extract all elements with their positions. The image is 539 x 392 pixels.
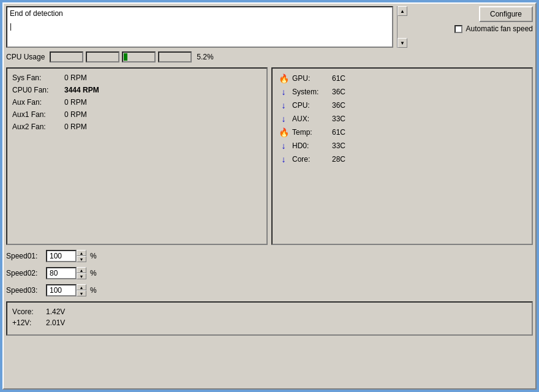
speed-spinner-down-3[interactable]: ▼ [77, 290, 86, 296]
voltage-col3 [358, 307, 527, 330]
cpu-progress-seg3 [122, 51, 156, 62]
fan-value: 0 RPM [64, 123, 87, 131]
detection-area: End of detection | [6, 6, 393, 48]
cpu-progress-fill2 [160, 53, 162, 61]
temp-value: 36C [332, 101, 345, 110]
temp-value: 61C [332, 74, 345, 83]
fan-label: Aux Fan: [12, 98, 64, 107]
speed-spinner-up-1[interactable]: ▲ [77, 250, 86, 256]
fan-value: 3444 RPM [64, 86, 99, 94]
speed-spinner-1: ▲▼ [77, 250, 86, 262]
speed-label-3: Speed03: [6, 286, 46, 295]
down-arrow-icon: ↓ [277, 154, 290, 164]
temp-item: ↓CPU:36C [277, 100, 527, 110]
voltage-item: Vcore:1.42V [12, 307, 181, 316]
voltage-col2 [186, 307, 354, 330]
temp-value: 61C [332, 128, 345, 137]
speed-unit-3: % [90, 286, 97, 295]
panels-row: Sys Fan:0 RPMCPU0 Fan:3444 RPMAux Fan:0 … [6, 67, 533, 245]
detection-text: End of detection [7, 7, 392, 20]
temp-item: 🔥Temp:61C [277, 127, 527, 137]
top-section: End of detection | ▲ ▼ Configure Automat… [6, 6, 533, 48]
speed-unit-2: % [90, 269, 97, 277]
fan-panel: Sys Fan:0 RPMCPU0 Fan:3444 RPMAux Fan:0 … [6, 67, 268, 245]
fan-item: Aux1 Fan:0 RPM [12, 110, 262, 119]
cpu-usage-row: CPU Usage 5.2% [6, 50, 533, 64]
fan-label: Aux2 Fan: [12, 123, 64, 131]
cpu-progress-seg2 [86, 51, 119, 62]
speed-row-3: Speed03:▲▼% [6, 284, 533, 296]
voltage-label: +12V: [12, 318, 46, 327]
voltage-value: 1.42V [46, 307, 65, 316]
fan-item: CPU0 Fan:3444 RPM [12, 86, 262, 94]
fan-label: Aux1 Fan: [12, 110, 64, 119]
temp-item: ↓HD0:33C [277, 141, 527, 151]
auto-fan-checkbox[interactable] [454, 25, 462, 33]
temp-label: CPU: [292, 101, 332, 110]
speed-input-2[interactable] [46, 267, 77, 279]
auto-fan-row: Automatic fan speed [454, 24, 533, 33]
voltage-col1: Vcore:1.42V+12V:2.01V [12, 307, 181, 330]
down-arrow-icon: ↓ [277, 114, 290, 124]
fan-value: 0 RPM [64, 98, 87, 107]
temp-value: 28C [332, 155, 345, 164]
speed-section: Speed01:▲▼%Speed02:▲▼%Speed03:▲▼% [6, 250, 533, 296]
temp-label: Core: [292, 155, 332, 164]
temp-item: ↓Core:28C [277, 154, 527, 164]
fan-value: 0 RPM [64, 74, 87, 82]
speed-spinner-down-1[interactable]: ▼ [77, 256, 86, 262]
speed-spinner-up-3[interactable]: ▲ [77, 284, 86, 290]
auto-fan-label: Automatic fan speed [466, 24, 533, 33]
main-panel: End of detection | ▲ ▼ Configure Automat… [2, 2, 537, 390]
speed-row-1: Speed01:▲▼% [6, 250, 533, 262]
temp-value: 33C [332, 115, 345, 123]
scroll-up-button[interactable]: ▲ [398, 6, 407, 16]
speed-unit-1: % [90, 252, 97, 260]
voltage-item: +12V:2.01V [12, 318, 181, 327]
detection-cursor: | [7, 20, 392, 33]
voltage-label: Vcore: [12, 307, 46, 316]
scroll-down-button[interactable]: ▼ [398, 38, 407, 48]
temp-label: System: [292, 88, 332, 96]
cpu-progress-seg1 [50, 51, 83, 62]
down-arrow-icon: ↓ [277, 87, 290, 97]
cpu-usage-label: CPU Usage [6, 53, 45, 61]
voltage-value: 2.01V [46, 318, 65, 327]
temp-value: 36C [332, 88, 345, 96]
temp-item: ↓AUX:33C [277, 114, 527, 124]
temp-label: GPU: [292, 74, 332, 83]
fan-label: CPU0 Fan: [12, 86, 64, 94]
scroll-track [398, 16, 407, 38]
scrollbar-area: ▲ ▼ [397, 6, 407, 48]
fire-icon: 🔥 [277, 74, 290, 83]
speed-input-1[interactable] [46, 250, 77, 262]
fan-item: Sys Fan:0 RPM [12, 74, 262, 82]
temp-label: HD0: [292, 141, 332, 150]
speed-input-3[interactable] [46, 284, 77, 296]
fan-value: 0 RPM [64, 110, 87, 119]
temp-label: Temp: [292, 128, 332, 137]
configure-button[interactable]: Configure [479, 6, 533, 22]
right-controls: Configure Automatic fan speed [410, 6, 533, 48]
fan-label: Sys Fan: [12, 74, 64, 82]
down-arrow-icon: ↓ [277, 100, 290, 110]
fire-icon: 🔥 [277, 127, 290, 137]
speed-label-1: Speed01: [6, 252, 46, 260]
speed-spinner-3: ▲▼ [77, 284, 86, 296]
cpu-progress-fill [124, 53, 127, 61]
temp-value: 33C [332, 141, 345, 150]
temp-item: ↓System:36C [277, 87, 527, 97]
temp-label: AUX: [292, 115, 332, 123]
temp-panel: 🔥GPU:61C↓System:36C↓CPU:36C↓AUX:33C🔥Temp… [271, 67, 533, 245]
speed-spinner-down-2[interactable]: ▼ [77, 273, 86, 279]
fan-item: Aux2 Fan:0 RPM [12, 123, 262, 131]
fan-item: Aux Fan:0 RPM [12, 98, 262, 107]
temp-item: 🔥GPU:61C [277, 74, 527, 83]
speed-spinner-up-2[interactable]: ▲ [77, 267, 86, 273]
voltage-panel: Vcore:1.42V+12V:2.01V [6, 301, 533, 336]
cpu-progress-seg4 [158, 51, 192, 62]
speed-label-2: Speed02: [6, 269, 46, 277]
speed-row-2: Speed02:▲▼% [6, 267, 533, 279]
down-arrow-icon: ↓ [277, 141, 290, 151]
speed-spinner-2: ▲▼ [77, 267, 86, 279]
